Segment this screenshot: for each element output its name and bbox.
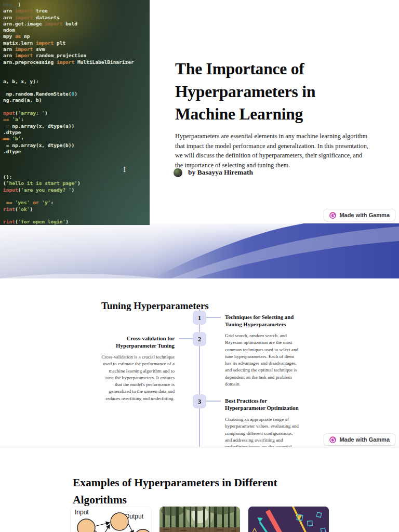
made-with-gamma-badge[interactable]: Made with Gamma: [324, 433, 395, 446]
timeline-item-2: Cross-validation for Hyperparameter Tuni…: [101, 335, 175, 402]
slide-tuning-hyperparameters: Tuning Hyperparameters 1 Techniques for …: [0, 278, 399, 447]
timeline-connector-3: [206, 401, 221, 402]
timeline-line: [199, 308, 200, 447]
slide-examples: Examples of Hyperparameters in Different…: [0, 447, 399, 532]
presentation-title: The Importance of Hyperparameters in Mac…: [175, 58, 378, 126]
timeline-number-3: 3: [193, 394, 206, 408]
gamma-logo-icon: [329, 212, 336, 219]
code-editor-photo: bug__)arn import treearn import datasets…: [0, 0, 150, 225]
presentation-description: Hyperparameters are essential elements i…: [175, 131, 370, 170]
timeline-item-1-heading: Techniques for Selecting and Tuning Hype…: [225, 314, 299, 328]
timeline-item-1-body: Grid search, random search, and Bayesian…: [225, 332, 299, 388]
timeline-item-2-heading: Cross-validation for Hyperparameter Tuni…: [101, 335, 175, 349]
author-row: by Basayya Hiremath: [174, 168, 253, 177]
badge-label: Made with Gamma: [339, 212, 390, 218]
gamma-presentation-page: bug__)arn import treearn import datasets…: [0, 0, 399, 532]
timeline-item-1: Techniques for Selecting and Tuning Hype…: [225, 314, 299, 388]
timeline-connector-2: [179, 338, 193, 339]
timeline-connector-1: [206, 317, 221, 318]
neural-network-image: Input Output: [70, 507, 152, 532]
author-name: by Basayya Hiremath: [188, 168, 253, 177]
author-avatar: [174, 168, 182, 177]
timeline-number-1: 1: [193, 311, 206, 325]
text-cursor: I: [123, 166, 126, 174]
timeline-item-3-body: Choosing an appropriate range of hyperpa…: [225, 416, 299, 447]
timeline-item-3-heading: Best Practices for Hyperparameter Optimi…: [225, 397, 299, 411]
wave-banner-image: [0, 223, 399, 278]
optimization-graphic-image: [248, 507, 329, 532]
slide-title-card: bug__)arn import treearn import datasets…: [0, 0, 399, 223]
timeline-number-2: 2: [193, 332, 206, 346]
made-with-gamma-badge[interactable]: Made with Gamma: [324, 209, 395, 221]
gamma-logo-icon: [329, 436, 336, 443]
code-text: bug__)arn import treearn import datasets…: [3, 2, 150, 225]
timeline-item-2-body: Cross-validation is a crucial technique …: [101, 354, 175, 402]
slide3-title: Examples of Hyperparameters in Different…: [73, 474, 322, 509]
nn-input-label: Input: [75, 509, 89, 516]
timeline-item-3: Best Practices for Hyperparameter Optimi…: [225, 397, 299, 447]
forest-photo-image: [159, 507, 240, 532]
badge-label: Made with Gamma: [339, 436, 390, 443]
slide2-title: Tuning Hyperparameters: [101, 300, 209, 312]
